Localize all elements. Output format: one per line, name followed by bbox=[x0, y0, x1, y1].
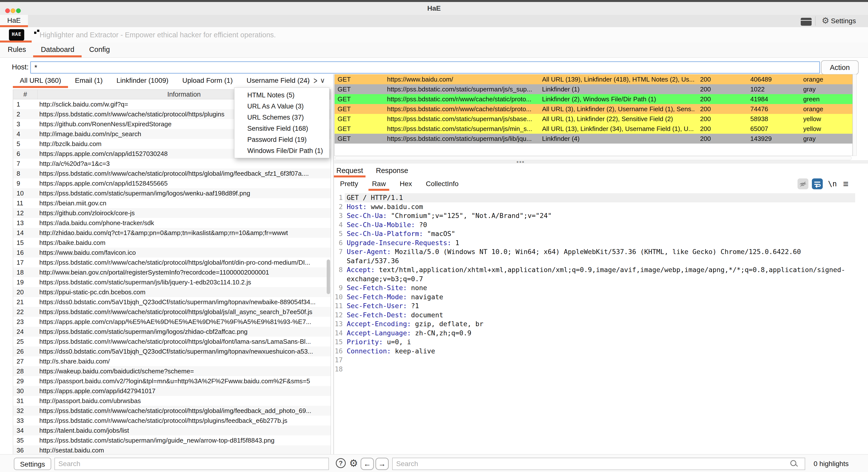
chevron-down-icon[interactable]: ∨ bbox=[320, 75, 325, 86]
chevron-right-icon[interactable]: > bbox=[314, 73, 317, 88]
category-tab[interactable]: All URL (360) bbox=[20, 75, 61, 86]
request-row[interactable]: GEThttps://pss.bdstatic.com/static/super… bbox=[335, 124, 852, 134]
editor-line[interactable]: 17 bbox=[334, 356, 868, 365]
table-row[interactable]: 36http://sestat.baidu.com bbox=[13, 445, 331, 455]
panel-divider[interactable] bbox=[333, 74, 334, 454]
more-tabs-ellipsis[interactable]: ... bbox=[304, 75, 309, 86]
editor-line[interactable]: 18 bbox=[334, 365, 868, 374]
previous-match-button[interactable]: ← bbox=[361, 458, 374, 470]
editor-line[interactable]: 2Host: www.baidu.com bbox=[334, 202, 868, 211]
splitter-handle[interactable]: ••• bbox=[516, 161, 526, 163]
editor-line[interactable]: 4Sec-Ch-Ua-Mobile: ?0 bbox=[334, 221, 868, 230]
editor-line[interactable]: 16Connection: keep-alive bbox=[334, 347, 868, 356]
table-row[interactable]: 10https://pss.bdstatic.com/static/superm… bbox=[13, 188, 331, 198]
horizontal-splitter[interactable] bbox=[334, 160, 868, 164]
gear-icon[interactable]: ⚙ bbox=[348, 457, 360, 470]
table-row[interactable]: 27http://s.share.baidu.com/ bbox=[13, 356, 331, 366]
gear-icon[interactable]: ⚙ bbox=[820, 14, 830, 27]
right-search-input[interactable]: Search bbox=[392, 458, 805, 470]
dropdown-menu-item[interactable]: HTML Notes (5) bbox=[235, 90, 329, 101]
table-row[interactable]: 12https://github.com/zloirock/core-js bbox=[13, 208, 331, 218]
table-row[interactable]: 26https://dss0.bdstatic.com/5aV1bjqh_Q23… bbox=[13, 346, 331, 356]
editor-line[interactable]: 14Accept-Language: zh-CN,zh;q=0.9 bbox=[334, 329, 868, 338]
requests-table-horizontal-scrollbar[interactable] bbox=[335, 156, 852, 160]
viewer-subtab-raw[interactable]: Raw bbox=[372, 178, 386, 189]
table-row[interactable]: 7http://a/c%20d?a=1&c=3 bbox=[13, 159, 331, 169]
request-row[interactable]: GEThttps://pss.bdstatic.com/static/super… bbox=[335, 84, 852, 94]
table-row[interactable]: 24https://pss.bdstatic.com/static/superm… bbox=[13, 327, 331, 337]
viewer-subtab-collectinfo[interactable]: CollectInfo bbox=[426, 178, 459, 189]
editor-line[interactable]: 11Sec-Fetch-User: ?1 bbox=[334, 302, 868, 311]
editor-line[interactable]: 9Sec-Fetch-Site: none bbox=[334, 283, 868, 293]
category-tab[interactable]: Linkfinder (1009) bbox=[117, 75, 168, 86]
requests-table-vertical-scrollbar[interactable] bbox=[852, 74, 857, 156]
table-row[interactable]: 30https://apps.apple.com/app/id427941017 bbox=[13, 386, 331, 396]
left-search-input[interactable]: Search bbox=[54, 458, 329, 470]
dropdown-menu-item[interactable]: Windows File/Dir Path (1) bbox=[235, 145, 329, 157]
table-row[interactable]: 19https://pss.bdstatic.com/static/superm… bbox=[13, 277, 331, 287]
table-row[interactable]: 21https://dss0.bdstatic.com/5aV1bjqh_Q23… bbox=[13, 297, 331, 307]
request-row[interactable]: GEThttps://pss.bdstatic.com/static/super… bbox=[335, 134, 852, 143]
left-settings-button[interactable]: Settings bbox=[14, 458, 51, 470]
editor-line[interactable]: 10Sec-Fetch-Mode: navigate bbox=[334, 293, 868, 302]
table-row[interactable]: 35https://pss.bdstatic.com/static/superm… bbox=[13, 435, 331, 445]
editor-line[interactable]: 6Upgrade-Insecure-Requests: 1 bbox=[334, 238, 868, 247]
dropdown-menu-item[interactable]: Password Field (19) bbox=[235, 134, 329, 145]
editor-line[interactable]: 1GET / HTTP/1.1 bbox=[334, 193, 868, 202]
dropdown-menu-item[interactable]: Sensitive Field (168) bbox=[235, 123, 329, 134]
viewer-tab-response[interactable]: Response bbox=[376, 165, 408, 176]
eye-slash-icon[interactable] bbox=[798, 178, 808, 189]
show-newlines-toggle[interactable]: \n bbox=[827, 178, 838, 189]
next-match-button[interactable]: → bbox=[375, 458, 389, 470]
left-table-scrollbar[interactable] bbox=[327, 260, 330, 294]
dropdown-menu-item[interactable]: URL Schemes (37) bbox=[235, 112, 329, 123]
table-row[interactable]: 22https://pss.bdstatic.com/r/www/cache/s… bbox=[13, 307, 331, 317]
table-row[interactable]: 15https://baike.baidu.com bbox=[13, 238, 331, 247]
hamburger-menu-icon[interactable]: ≡ bbox=[841, 178, 851, 189]
table-row[interactable]: 11https://beian.miit.gov.cn bbox=[13, 198, 331, 208]
help-icon[interactable]: ? bbox=[336, 458, 346, 468]
request-editor[interactable]: 1GET / HTTP/1.12Host: www.baidu.com3Sec-… bbox=[334, 193, 868, 453]
table-row[interactable]: 14http://zhidao.baidu.com/q?ct=17&amp;pn… bbox=[13, 228, 331, 238]
table-row[interactable]: 8https://pss.bdstatic.com/r/www/cache/st… bbox=[13, 169, 331, 178]
action-button[interactable]: Action bbox=[821, 60, 859, 75]
category-tab[interactable]: Email (1) bbox=[75, 75, 103, 86]
nav-tab-rules[interactable]: Rules bbox=[8, 45, 26, 54]
request-row[interactable]: GEThttps://www.baidu.com/All URL (139), … bbox=[335, 74, 852, 84]
settings-button[interactable]: Settings bbox=[831, 15, 856, 27]
editor-line[interactable]: 5Sec-Ch-Ua-Platform: "macOS" bbox=[334, 229, 868, 238]
nav-tab-databoard[interactable]: Databoard bbox=[41, 45, 74, 54]
window-menu-icon[interactable] bbox=[801, 18, 812, 26]
request-row[interactable]: GEThttps://pss.bdstatic.com/r/www/cache/… bbox=[335, 94, 852, 104]
table-row[interactable]: 17https://pss.bdstatic.com/r/www/cache/s… bbox=[13, 258, 331, 267]
table-row[interactable]: 23https://apps.apple.com/cn/app/%E5%AE%9… bbox=[13, 317, 331, 327]
category-tab[interactable]: Username Field (24) bbox=[247, 75, 310, 86]
editor-line[interactable]: 8Accept: text/html,application/xhtml+xml… bbox=[334, 265, 868, 283]
viewer-subtab-hex[interactable]: Hex bbox=[400, 178, 412, 189]
category-tab[interactable]: Upload Form (1) bbox=[182, 75, 233, 86]
viewer-tab-request[interactable]: Request bbox=[336, 165, 363, 176]
dropdown-menu-item[interactable]: URL As A Value (3) bbox=[235, 101, 329, 112]
table-row[interactable]: 20https://ppui-static-pc.cdn.bcebos.com bbox=[13, 287, 331, 297]
host-input[interactable]: * bbox=[30, 61, 820, 74]
request-row[interactable]: GEThttps://pss.bdstatic.com/r/www/cache/… bbox=[335, 104, 852, 114]
table-row[interactable]: 16https://www.baidu.com/favicon.ico bbox=[13, 247, 331, 258]
viewer-subtab-pretty[interactable]: Pretty bbox=[340, 178, 358, 189]
editor-line[interactable]: 13Accept-Encoding: gzip, deflate, br bbox=[334, 319, 868, 329]
editor-line[interactable]: 3Sec-Ch-Ua: "Chromium";v="125", "Not.A/B… bbox=[334, 211, 868, 221]
table-row[interactable]: 34https://talent.baidu.com/jobs/list bbox=[13, 426, 331, 435]
request-row[interactable]: GEThttps://pss.bdstatic.com/static/super… bbox=[335, 114, 852, 124]
table-row[interactable]: 33https://pss.bdstatic.com/r/www/cache/s… bbox=[13, 416, 331, 426]
table-row[interactable]: 31http://passport.baidu.com/ubrwsbas bbox=[13, 396, 331, 406]
table-row[interactable]: 9https://apps.apple.com/cn/app/id1528455… bbox=[13, 178, 331, 188]
editor-line[interactable]: 7User-Agent: Mozilla/5.0 (Windows NT 10.… bbox=[334, 247, 868, 265]
table-row[interactable]: 29https://passport.baidu.com/v2/?login&t… bbox=[13, 376, 331, 386]
word-wrap-icon[interactable] bbox=[812, 178, 823, 189]
table-row[interactable]: 13https://ada.baidu.com/phone-tracker/sd… bbox=[13, 218, 331, 228]
nav-tab-config[interactable]: Config bbox=[89, 45, 110, 54]
table-row[interactable]: 18http://www.beian.gov.cn/portal/registe… bbox=[13, 267, 331, 277]
table-row[interactable]: 25https://pss.bdstatic.com/r/www/cache/s… bbox=[13, 337, 331, 346]
column-header-num[interactable]: # bbox=[13, 90, 38, 99]
tab-hae[interactable]: HaE bbox=[0, 15, 28, 25]
table-row[interactable]: 32https://pss.bdstatic.com/r/www/cache/s… bbox=[13, 406, 331, 416]
